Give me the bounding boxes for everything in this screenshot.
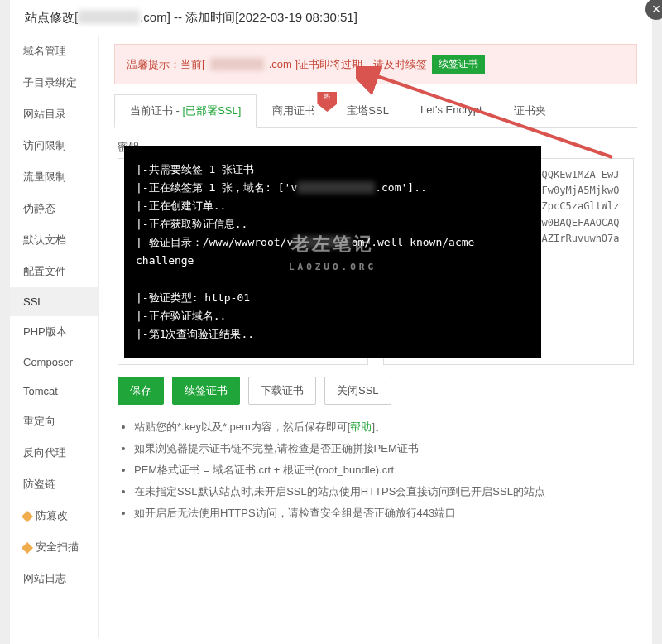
alert-suffix: .com ]证书即将过期，请及时续签 — [269, 57, 427, 72]
sidebar-item-hotlink[interactable]: 防盗链 — [10, 469, 98, 500]
sidebar-item-webdir[interactable]: 网站目录 — [10, 99, 98, 130]
sidebar-item-config[interactable]: 配置文件 — [10, 256, 98, 287]
renew-cert-button[interactable]: 续签证书 — [432, 55, 485, 74]
sidebar: 域名管理 子目录绑定 网站目录 访问限制 流量限制 伪静态 默认文档 配置文件 … — [10, 36, 99, 638]
sidebar-item-defaultdoc[interactable]: 默认文档 — [10, 224, 98, 256]
tab-bt-ssl[interactable]: 宝塔SSL — [331, 94, 405, 127]
diamond-icon — [22, 510, 33, 521]
diamond-icon — [22, 541, 33, 553]
sidebar-item-domain[interactable]: 域名管理 — [10, 36, 98, 67]
sidebar-item-redirect[interactable]: 重定向 — [10, 406, 98, 437]
renew-button[interactable]: 续签证书 — [172, 377, 240, 405]
help-link[interactable]: 帮助 — [350, 421, 372, 433]
sidebar-item-scan[interactable]: 安全扫描 — [10, 531, 98, 563]
sidebar-item-tomcat[interactable]: Tomcat — [10, 377, 98, 406]
sidebar-item-ssl[interactable]: SSL — [10, 287, 98, 316]
terminal-line: |-验证类型: http-01 — [136, 289, 530, 307]
cert-expiry-alert: 温馨提示：当前[ xxxxxxxxxx .com ]证书即将过期，请及时续签 续… — [114, 44, 637, 84]
modal-title: 站点修改[xxxxxxxxxx.com] -- 添加时间[2022-03-19 … — [10, 0, 652, 36]
sidebar-item-traffic[interactable]: 流量限制 — [10, 161, 98, 193]
note-item: PEM格式证书 = 域名证书.crt + 根证书(root_bundle).cr… — [134, 459, 634, 481]
terminal-line — [136, 271, 530, 289]
ssl-notes: 粘贴您的*.key以及*.pem内容，然后保存即可[帮助]。 如果浏览器提示证书… — [118, 416, 634, 524]
close-ssl-button[interactable]: 关闭SSL — [324, 377, 391, 405]
sidebar-item-subdir[interactable]: 子目录绑定 — [10, 67, 98, 99]
alert-prefix: 温馨提示：当前[ — [127, 57, 205, 72]
tab-cert-folder[interactable]: 证书夹 — [498, 94, 562, 127]
sidebar-item-log[interactable]: 网站日志 — [10, 563, 98, 594]
sidebar-item-rewrite[interactable]: 伪静态 — [10, 193, 98, 224]
sidebar-item-access[interactable]: 访问限制 — [10, 130, 98, 161]
ssl-tabs: 当前证书 - [已部署SSL] 商用证书热 宝塔SSL Let's Encryp… — [114, 94, 637, 128]
save-button[interactable]: 保存 — [118, 377, 164, 405]
note-item: 粘贴您的*.key以及*.pem内容，然后保存即可[帮助]。 — [134, 416, 634, 438]
tab-commercial[interactable]: 商用证书热 — [257, 94, 331, 127]
sidebar-item-php[interactable]: PHP版本 — [10, 316, 98, 348]
note-item: 如开启后无法使用HTTPS访问，请检查安全组是否正确放行443端口 — [134, 502, 634, 524]
title-domain-mask: xxxxxxxxxx — [78, 10, 140, 24]
terminal-line: |-验证目录：/www/wwwroot/vxxxxxxxxxom/.well-k… — [136, 233, 530, 270]
terminal-line: |-正在续签第 1 张，域名: ['vxxxxxxxxxxxx.com'].. — [136, 179, 530, 197]
download-button[interactable]: 下载证书 — [248, 377, 316, 405]
sidebar-item-composer[interactable]: Composer — [10, 348, 98, 377]
renewal-terminal: |-共需要续签 1 张证书 |-正在续签第 1 张，域名: ['vxxxxxxx… — [124, 146, 541, 358]
sidebar-item-proxy[interactable]: 反向代理 — [10, 437, 98, 469]
note-item: 在未指定SSL默认站点时,未开启SSL的站点使用HTTPS会直接访问到已开启SS… — [134, 481, 634, 502]
tab-letsencrypt[interactable]: Let's Encrypt — [405, 94, 498, 127]
terminal-line: |-共需要续签 1 张证书 — [136, 161, 530, 179]
terminal-line: |-正在获取验证信息.. — [136, 215, 530, 233]
terminal-line: |-第1次查询验证结果.. — [136, 325, 530, 344]
tab-current-cert[interactable]: 当前证书 - [已部署SSL] — [114, 94, 257, 128]
terminal-line: |-正在创建订单.. — [136, 197, 530, 215]
sidebar-item-tamper[interactable]: 防篡改 — [10, 500, 98, 531]
alert-domain-mask: xxxxxxxxxx — [210, 58, 264, 70]
terminal-line: |-正在验证域名.. — [136, 307, 530, 325]
note-item: 如果浏览器提示证书链不完整,请检查是否正确拼接PEM证书 — [134, 438, 634, 459]
